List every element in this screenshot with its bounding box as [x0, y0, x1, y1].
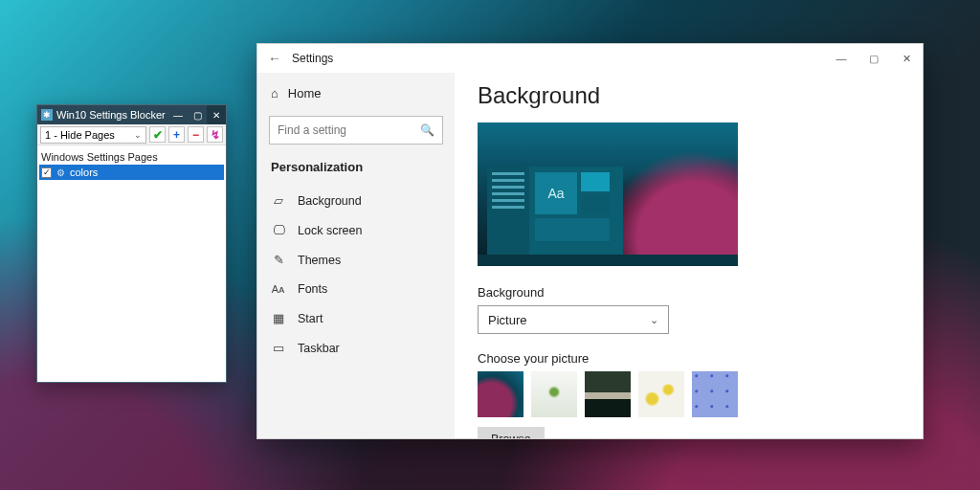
settings-sysbuttons: — ▢ ✕ — [825, 44, 923, 73]
options-button[interactable]: ↯ — [207, 126, 223, 143]
sidebar-item-themes[interactable]: ✎ Themes — [257, 245, 455, 275]
preview-taskbar — [478, 255, 738, 266]
picture-thumb[interactable] — [585, 371, 631, 417]
background-label: Background — [478, 285, 900, 300]
back-button[interactable]: ← — [257, 51, 292, 66]
remove-button[interactable]: − — [188, 126, 204, 143]
picture-thumb[interactable] — [531, 371, 577, 417]
close-button[interactable]: ✕ — [207, 105, 226, 124]
background-type-dropdown[interactable]: Picture ⌄ — [478, 305, 669, 334]
settings-titlebar[interactable]: ← Settings — ▢ ✕ — [257, 44, 923, 73]
chevron-down-icon: ⌄ — [650, 314, 658, 326]
preview-start-menu: Aa — [487, 167, 623, 255]
sidebar-home-label: Home — [288, 86, 322, 100]
picture-thumb[interactable] — [692, 371, 738, 417]
home-icon: ⌂ — [271, 86, 278, 100]
sidebar-category: Personalization — [257, 158, 455, 186]
sidebar-item-label: Themes — [298, 254, 341, 267]
list-item-label: colors — [70, 167, 98, 178]
settings-sidebar: ⌂ Home Find a setting 🔍 Personalization … — [257, 73, 455, 438]
sidebar-item-label: Lock screen — [298, 224, 362, 237]
sidebar-item-label: Taskbar — [298, 342, 340, 355]
settings-content: Background Aa Background Picture ⌄ Cho — [455, 73, 923, 438]
taskbar-icon: ▭ — [271, 341, 286, 355]
brush-icon: ✎ — [271, 253, 286, 267]
blocker-toolbar: 1 - Hide Pages ⌄ ✔ + − ↯ — [37, 124, 226, 145]
blocker-app-icon: ✱ — [41, 109, 53, 121]
picture-thumb[interactable] — [638, 371, 684, 417]
search-input[interactable]: Find a setting 🔍 — [269, 116, 443, 145]
maximize-button[interactable]: ▢ — [858, 44, 890, 73]
gear-icon: ⚙ — [56, 167, 66, 178]
apply-button[interactable]: ✔ — [149, 126, 166, 143]
browse-button[interactable]: Browse — [478, 427, 545, 438]
sidebar-item-background[interactable]: ▱ Background — [257, 186, 455, 215]
preview-tile-text: Aa — [535, 172, 577, 214]
sidebar-item-label: Fonts — [298, 282, 327, 296]
search-placeholder: Find a setting — [278, 123, 346, 137]
settings-window: ← Settings — ▢ ✕ ⌂ Home Find a setting 🔍… — [256, 43, 924, 439]
page-title: Background — [478, 82, 900, 109]
font-icon: Aᴀ — [271, 283, 286, 296]
blocker-title: Win10 Settings Blocker v1.0 — [56, 109, 168, 121]
sidebar-home[interactable]: ⌂ Home — [257, 78, 455, 108]
image-icon: ▱ — [271, 193, 286, 208]
chevron-down-icon: ⌄ — [134, 130, 142, 140]
sidebar-item-taskbar[interactable]: ▭ Taskbar — [257, 333, 455, 363]
maximize-button[interactable]: ▢ — [188, 105, 207, 124]
blocker-sysbuttons: — ▢ ✕ — [168, 105, 226, 124]
sidebar-item-label: Background — [298, 194, 362, 208]
lock-icon: 🖵 — [271, 223, 286, 237]
choose-picture-label: Choose your picture — [478, 351, 900, 366]
background-type-value: Picture — [488, 313, 526, 327]
blocker-list-header: Windows Settings Pages — [39, 149, 224, 165]
mode-dropdown[interactable]: 1 - Hide Pages ⌄ — [40, 126, 146, 144]
picture-thumb[interactable] — [478, 371, 523, 417]
start-icon: ▦ — [271, 311, 286, 325]
background-preview: Aa — [478, 122, 738, 266]
checkbox-icon[interactable]: ✓ — [41, 167, 52, 178]
sidebar-item-start[interactable]: ▦ Start — [257, 303, 455, 333]
sidebar-item-label: Start — [298, 312, 323, 325]
close-button[interactable]: ✕ — [890, 44, 923, 73]
settings-blocker-window: ✱ Win10 Settings Blocker v1.0 — ▢ ✕ 1 - … — [36, 104, 227, 383]
settings-title: Settings — [292, 52, 825, 65]
list-item[interactable]: ✓ ⚙ colors — [39, 165, 224, 180]
sidebar-item-fonts[interactable]: Aᴀ Fonts — [257, 275, 455, 303]
mode-dropdown-value: 1 - Hide Pages — [45, 129, 115, 141]
add-button[interactable]: + — [168, 126, 185, 143]
blocker-titlebar[interactable]: ✱ Win10 Settings Blocker v1.0 — ▢ ✕ — [37, 105, 226, 124]
picture-thumbnails — [478, 371, 900, 417]
minimize-button[interactable]: — — [825, 44, 858, 73]
search-icon: 🔍 — [420, 123, 434, 137]
sidebar-item-lockscreen[interactable]: 🖵 Lock screen — [257, 215, 455, 245]
minimize-button[interactable]: — — [168, 105, 188, 124]
blocker-body: Windows Settings Pages ✓ ⚙ colors — [37, 145, 226, 382]
